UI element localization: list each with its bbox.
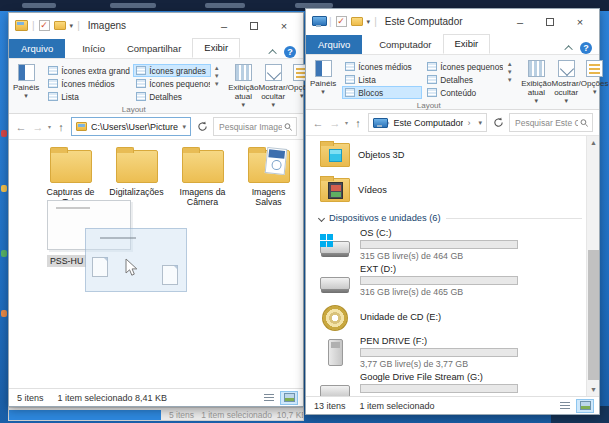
properties-icon[interactable]: ✓ (39, 20, 50, 31)
minimize-button[interactable]: – (505, 12, 535, 32)
properties-icon[interactable]: ✓ (336, 16, 347, 27)
search-icon (284, 122, 293, 132)
capacity-bar (360, 240, 518, 249)
customize-qat-caret-icon[interactable]: ▾ (70, 22, 74, 30)
paineis-button[interactable]: Painéis ▾ (13, 61, 39, 113)
titlebar[interactable]: | ✓ ▾ | Este Computador – × (306, 9, 599, 34)
recent-locations-caret-icon[interactable]: ▾ (345, 119, 348, 126)
collapse-section-icon[interactable] (318, 214, 325, 221)
search-input[interactable] (515, 118, 578, 128)
folder-videos[interactable]: Vídeos (318, 173, 586, 207)
bg-status-items: 5 itens (169, 410, 194, 420)
exibicao-atual-button[interactable]: Exibição atual ▾ (521, 57, 551, 109)
details-view-toggle[interactable] (556, 399, 574, 413)
gallery-scroll-up-icon[interactable]: ▲ (507, 61, 513, 67)
back-button[interactable]: ← (14, 121, 28, 133)
file-list-area[interactable]: Capturas de Tela Digitalizações Imagens … (9, 140, 303, 388)
folder-imagens-da-camera[interactable]: Imagens da Câmera (175, 144, 230, 207)
gallery-more-icon[interactable]: ▼ (214, 81, 220, 87)
scroll-up-icon[interactable]: ▲ (587, 136, 599, 149)
tab-arquivo[interactable]: Arquivo (9, 39, 65, 58)
search-box[interactable] (213, 117, 297, 136)
back-button[interactable]: ← (311, 117, 325, 129)
tab-computador[interactable]: Computador (368, 36, 442, 54)
mostrar-ocultar-button[interactable]: Mostrar/ ocultar ▾ (552, 57, 581, 109)
layout-option[interactable]: Conteúdo (424, 86, 504, 99)
maximize-button[interactable] (239, 16, 269, 36)
close-button[interactable]: × (565, 12, 595, 32)
scrollbar-thumb[interactable] (588, 250, 599, 380)
layout-option[interactable]: Detalhes (424, 73, 504, 86)
layout-option[interactable]: Ícones extra grandes (45, 64, 131, 77)
help-icon[interactable]: ? (580, 42, 592, 54)
tab-exibir[interactable]: Exibir (192, 38, 240, 58)
up-button[interactable]: ↑ (351, 117, 365, 129)
paineis-button[interactable]: Painéis ▾ (310, 57, 336, 109)
address-bar[interactable]: › Este Computador › ▾ (368, 113, 487, 132)
layout-option[interactable]: Blocos (342, 86, 422, 99)
drive-gdrive-g[interactable]: Google Drive File Stream (G:) 299 GB liv… (318, 372, 586, 396)
close-button[interactable]: × (269, 16, 299, 36)
mostrar-ocultar-button[interactable]: Mostrar/ ocultar ▾ (259, 61, 288, 113)
layout-option[interactable]: Lista (342, 73, 422, 86)
breadcrumb-expand-icon[interactable]: › (467, 118, 470, 128)
layout-option[interactable]: Ícones médios (342, 60, 422, 73)
3d-objects-folder-icon (320, 143, 350, 167)
titlebar[interactable]: | ✓ ▾ | Imagens – × (9, 13, 303, 38)
tab-compartilhar[interactable]: Compartilhar (116, 40, 192, 58)
maximize-button[interactable] (535, 12, 565, 32)
collapse-ribbon-icon[interactable] (268, 49, 276, 57)
opcoes-button[interactable]: Opções ▾ (581, 57, 609, 109)
layout-option[interactable]: Ícones grandes (133, 64, 211, 77)
address-dropdown-icon[interactable]: ▾ (478, 119, 482, 127)
folder-capturas-de-tela[interactable]: Capturas de Tela (43, 144, 98, 207)
devices-and-drives-section[interactable]: Dispositivos e unidades (6) (318, 213, 586, 223)
drive-os-c[interactable]: OS (C:) 315 GB livre(s) de 464 GB (318, 228, 586, 261)
breadcrumb[interactable]: Este Computador (393, 118, 463, 128)
forward-button[interactable]: → (31, 121, 45, 133)
customize-qat-caret-icon[interactable]: ▾ (367, 18, 371, 26)
folder-imagens-salvas[interactable]: Imagens Salvas (241, 144, 296, 207)
layout-option[interactable]: Detalhes (133, 90, 211, 103)
vertical-scrollbar[interactable]: ▲ ▼ (586, 136, 599, 396)
drive-pen-f[interactable]: PEN DRIVE (F:) 3,77 GB livre(s) de 3,77 … (318, 336, 586, 369)
tab-inicio[interactable]: Início (71, 40, 116, 58)
layout-option[interactable]: Lista (45, 90, 131, 103)
new-folder-icon[interactable] (351, 17, 363, 26)
folder-objetos-3d[interactable]: Objetos 3D (318, 138, 586, 172)
address-dropdown-icon[interactable]: ▾ (182, 123, 186, 131)
gallery-scroll-down-icon[interactable]: ▼ (507, 69, 513, 75)
icons-view-toggle[interactable] (280, 391, 298, 405)
drive-cd-e[interactable]: Unidade de CD (E:) (318, 300, 586, 333)
collapse-ribbon-icon[interactable] (564, 45, 572, 53)
gallery-scroll-up-icon[interactable]: ▲ (214, 65, 220, 71)
drive-list-area[interactable]: Objetos 3D Vídeos Dispositivos e unidade… (306, 136, 599, 396)
folder-digitalizacoes[interactable]: Digitalizações (109, 144, 164, 207)
minimize-button[interactable]: – (209, 16, 239, 36)
recent-locations-caret-icon[interactable]: ▾ (48, 123, 51, 130)
tab-arquivo[interactable]: Arquivo (306, 35, 362, 54)
capacity-bar (360, 384, 518, 393)
details-view-toggle[interactable] (260, 391, 278, 405)
search-input[interactable] (219, 122, 282, 132)
gallery-scroll-down-icon[interactable]: ▼ (214, 73, 220, 79)
search-box[interactable] (509, 113, 593, 132)
layout-option[interactable]: Ícones pequenos (133, 77, 211, 90)
drive-ext-d[interactable]: EXT (D:) 316 GB livre(s) de 465 GB (318, 264, 586, 297)
layout-option[interactable]: Ícones pequenos (424, 60, 504, 73)
tab-exibir[interactable]: Exibir (443, 34, 491, 54)
address-bar[interactable]: C:\Users\User\Pictures ▾ (71, 117, 191, 136)
up-button[interactable]: ↑ (54, 121, 68, 133)
refresh-button[interactable] (490, 114, 506, 132)
exibicao-atual-button[interactable]: Exibição atual ▾ (228, 61, 258, 113)
view-icon (48, 79, 58, 88)
icons-view-toggle[interactable] (576, 399, 594, 413)
gallery-more-icon[interactable]: ▼ (507, 77, 513, 83)
scroll-down-icon[interactable]: ▼ (587, 383, 599, 396)
forward-button[interactable]: → (328, 117, 342, 129)
help-icon[interactable]: ? (284, 46, 296, 58)
folder-icon (50, 150, 92, 183)
layout-option[interactable]: Ícones médios (45, 77, 131, 90)
new-folder-icon[interactable] (54, 21, 66, 30)
refresh-button[interactable] (194, 118, 210, 136)
